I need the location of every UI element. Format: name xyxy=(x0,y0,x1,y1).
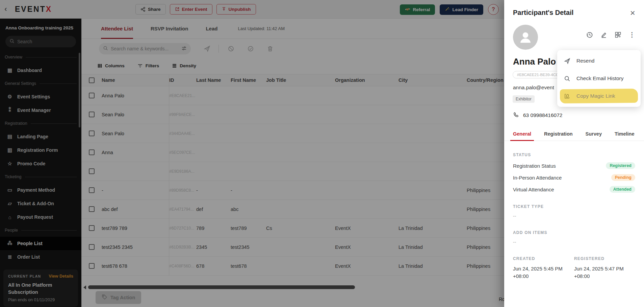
status-row: Virtual AttendanceAttended xyxy=(513,186,635,193)
phone-icon xyxy=(513,112,519,119)
avatar xyxy=(513,25,538,50)
panel-tab-registration[interactable]: Registration xyxy=(544,128,573,141)
status-row: In-Person AttendancePending xyxy=(513,174,635,181)
ticket-type-label: TICKET TYPE xyxy=(513,204,635,209)
role-badge: Exhibitor xyxy=(513,95,535,103)
created-label: CREATED xyxy=(513,256,574,261)
menu-item-check-email-history[interactable]: Check Email History xyxy=(557,70,641,87)
menu-item-label: Copy Magic Link xyxy=(576,93,615,99)
panel-tab-timeline[interactable]: Timeline xyxy=(615,128,635,141)
status-badge: Attended xyxy=(610,186,635,193)
search-icon xyxy=(564,75,570,82)
status-section-label: STATUS xyxy=(513,152,635,157)
more-options-icon[interactable]: ⋮ xyxy=(629,31,635,39)
menu-item-resend[interactable]: Resend xyxy=(557,52,641,70)
registered-label: REGISTERED xyxy=(574,256,635,261)
status-row: Registration StatusRegistered xyxy=(513,162,635,169)
participant-detail-panel: Participant's Detail × ⋮ Anna Palo #E8CA… xyxy=(504,0,644,307)
add-on-items-value: -- xyxy=(513,239,635,245)
created-value: Jun 24, 2025 5:45 PM+08:00 xyxy=(513,265,574,280)
participant-actions-menu: ResendCheck Email HistoryCopy Magic Link xyxy=(557,50,641,107)
menu-item-label: Resend xyxy=(576,58,594,64)
person-icon xyxy=(518,30,533,45)
panel-tab-survey[interactable]: Survey xyxy=(586,128,602,141)
qr-code-icon[interactable] xyxy=(615,31,621,38)
history-icon[interactable] xyxy=(586,31,593,38)
add-on-items-label: ADD ON ITEMS xyxy=(513,230,635,235)
panel-tab-general[interactable]: General xyxy=(513,128,531,141)
status-rows: Registration StatusRegisteredIn-Person A… xyxy=(513,162,635,193)
modal-dim-overlay[interactable] xyxy=(0,0,504,307)
status-label: In-Person Attendance xyxy=(513,175,562,181)
ticket-type-value: -- xyxy=(513,213,635,219)
status-label: Registration Status xyxy=(513,163,556,169)
menu-item-copy-magic-link[interactable]: Copy Magic Link xyxy=(557,87,641,105)
phone-number: 63 09988416072 xyxy=(523,112,562,118)
status-label: Virtual Attendance xyxy=(513,187,554,192)
panel-tabs: GeneralRegistrationSurveyTimeline xyxy=(504,128,644,141)
send-icon xyxy=(564,58,570,64)
menu-item-label: Check Email History xyxy=(576,75,624,81)
panel-title: Participant's Detail xyxy=(513,9,573,17)
status-badge: Registered xyxy=(606,162,635,169)
edit-icon[interactable] xyxy=(600,31,607,38)
magic-link-icon xyxy=(564,93,570,99)
status-badge: Pending xyxy=(611,174,635,181)
app-root: ‹ EVENTX Share Enter Event Unpublish Ref… xyxy=(0,0,644,307)
close-icon[interactable]: × xyxy=(630,9,635,16)
registered-value: Jun 24, 2025 5:47 PM+08:00 xyxy=(574,265,635,280)
